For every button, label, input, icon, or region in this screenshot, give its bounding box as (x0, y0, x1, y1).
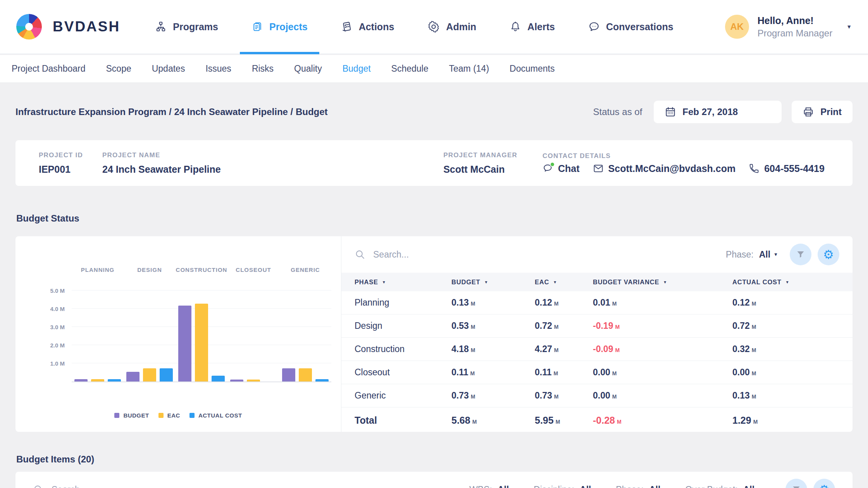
nav-item-actions[interactable]: Actions (341, 0, 394, 53)
filter-value[interactable]: All (580, 485, 591, 488)
chart-category-label: GENERIC (279, 266, 331, 273)
nav-item-programs[interactable]: Programs (155, 0, 218, 53)
table-row[interactable]: Design0.53M0.72M-0.19M0.72M (341, 314, 852, 338)
subnav-item-updates[interactable]: Updates (152, 64, 185, 74)
chat-link[interactable]: Chat (542, 163, 580, 174)
nav-item-admin[interactable]: Admin (427, 0, 476, 53)
nav-label: Programs (173, 21, 218, 33)
table-settings-button[interactable]: ⚙ (813, 479, 835, 488)
value-cell: 5.95M (535, 415, 593, 426)
chevron-down-icon[interactable]: ▼ (773, 252, 778, 257)
value-cell: 0.00M (732, 367, 839, 378)
filter-label: Over Budget: (685, 485, 738, 488)
phase-cell: Generic (355, 390, 451, 401)
column-header[interactable]: BUDGET VARIANCE▼ (593, 278, 732, 286)
value-cell: 0.13M (451, 297, 535, 308)
filter-value[interactable]: All (498, 485, 509, 488)
table-row[interactable]: Generic0.73M0.73M0.00M0.13M (341, 384, 852, 407)
legend-swatch (158, 413, 164, 418)
subnav-item-team[interactable]: Team (14) (449, 64, 489, 74)
column-header[interactable]: ACTUAL COST▼ (732, 278, 839, 286)
top-header: BVDASH Programs Projects Actions Admin A… (0, 0, 868, 54)
filter-dropdown[interactable]: WBS:All▼ (469, 485, 517, 488)
email-link[interactable]: Scott.McCain@bvdash.com (593, 163, 736, 174)
subnav-item-schedule[interactable]: Schedule (391, 64, 429, 74)
actions-clipboard-icon (341, 21, 353, 33)
filter-button[interactable] (790, 244, 811, 265)
unit-suffix: M (554, 324, 559, 330)
column-header[interactable]: EAC▼ (535, 278, 593, 286)
subnav-item-quality[interactable]: Quality (294, 64, 322, 74)
value-cell: 0.73M (451, 390, 535, 401)
legend-swatch (114, 413, 119, 418)
sort-caret-icon[interactable]: ▼ (663, 280, 667, 284)
budget-items-filters: WBS:All▼Discipline:All▼Phase:All▼Over Bu… (469, 485, 762, 488)
chart-bar (126, 372, 140, 381)
phone-link[interactable]: 604-555-4419 (749, 163, 825, 174)
filter-value[interactable]: All (649, 485, 660, 488)
chart-bar-group (178, 304, 225, 381)
unit-suffix: M (617, 419, 622, 425)
column-header[interactable]: BUDGET▼ (451, 278, 535, 286)
phase-cell: Construction (355, 344, 451, 354)
phase-filter-value[interactable]: All (759, 249, 770, 260)
sort-caret-icon[interactable]: ▼ (382, 280, 386, 284)
column-header[interactable]: PHASE▼ (355, 278, 451, 286)
filter-dropdown[interactable]: Discipline:All▼ (534, 485, 599, 488)
table-total-row[interactable]: Total5.68M5.95M-0.28M1.29M (341, 407, 852, 433)
filter-button[interactable] (785, 479, 807, 488)
filter-dropdown[interactable]: Phase:All▼ (616, 485, 668, 488)
value-cell: 0.01M (593, 297, 732, 308)
value-cell: 0.11M (535, 367, 593, 378)
avatar[interactable]: AK (725, 15, 749, 39)
project-manager-block: PROJECT MANAGER Scott McCain (443, 151, 517, 175)
project-name-value: 24 Inch Seawater Pipeline (102, 164, 221, 175)
table-row[interactable]: Planning0.13M0.12M0.01M0.12M (341, 291, 852, 314)
filter-value[interactable]: All (743, 485, 754, 488)
user-menu[interactable]: AK Hello, Anne! Program Manager ▼ (725, 15, 852, 39)
status-date-picker[interactable]: Feb 27, 2018 (654, 101, 782, 123)
sort-caret-icon[interactable]: ▼ (484, 280, 488, 284)
subnav-item-risks[interactable]: Risks (252, 64, 274, 74)
table-row[interactable]: Construction4.18M4.27M-0.09M0.32M (341, 338, 852, 361)
online-status-dot (550, 162, 555, 167)
nav-item-alerts[interactable]: Alerts (510, 0, 555, 53)
legend-item: ACTUAL COST (189, 412, 242, 419)
phone-icon (749, 163, 760, 174)
table-settings-button[interactable]: ⚙ (818, 244, 839, 265)
filter-dropdown[interactable]: Over Budget:All▼ (685, 485, 762, 488)
subnav-item-project-dashboard[interactable]: Project Dashboard (12, 64, 86, 74)
print-label: Print (820, 107, 842, 117)
chevron-down-icon[interactable]: ▼ (846, 24, 852, 30)
subnav-item-budget[interactable]: Budget (343, 64, 371, 74)
bvdash-logo-icon[interactable] (16, 14, 42, 40)
chart-y-tick-label: 5.0 M (33, 287, 65, 294)
subnav-item-issues[interactable]: Issues (205, 64, 231, 74)
chart-bar (108, 379, 121, 381)
chart-bar (178, 306, 191, 381)
nav-label: Alerts (527, 21, 555, 33)
phase-cell: Design (355, 321, 451, 331)
search-input[interactable] (373, 249, 536, 260)
unit-suffix: M (470, 370, 475, 376)
nav-item-conversations[interactable]: Conversations (588, 0, 673, 53)
sort-caret-icon[interactable]: ▼ (785, 280, 789, 284)
chart-bar (282, 368, 295, 381)
breadcrumb: Infrastructure Expansion Program / 24 In… (16, 107, 328, 117)
subnav-item-documents[interactable]: Documents (510, 64, 555, 74)
chart-bar (212, 376, 225, 381)
subnav-item-scope[interactable]: Scope (106, 64, 131, 74)
budget-items-search-row: WBS:All▼Discipline:All▼Phase:All▼Over Bu… (16, 472, 852, 488)
chart-bar-group (282, 368, 329, 381)
search-input[interactable] (52, 485, 214, 488)
page-toolbar: Infrastructure Expansion Program / 24 In… (16, 98, 852, 126)
table-row[interactable]: Closeout0.11M0.11M0.00M0.00M (341, 361, 852, 384)
phase-cell: Closeout (355, 367, 451, 378)
chart-y-tick-label: 4.0 M (33, 306, 65, 312)
nav-item-projects[interactable]: Projects (251, 0, 308, 53)
unit-suffix: M (471, 324, 475, 330)
print-button[interactable]: Print (792, 101, 852, 123)
chart-bar (143, 368, 156, 381)
sort-caret-icon[interactable]: ▼ (553, 280, 557, 284)
value-cell: 0.13M (732, 390, 839, 401)
